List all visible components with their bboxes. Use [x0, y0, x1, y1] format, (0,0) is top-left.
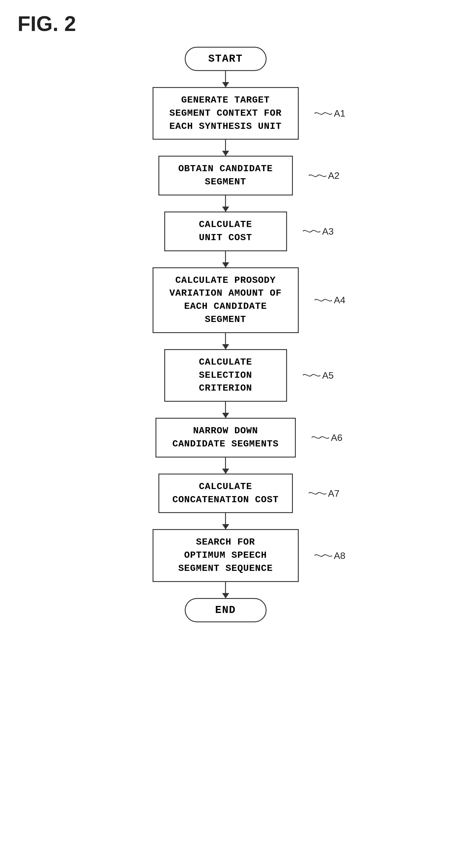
wavy-line-a2	[309, 172, 326, 180]
node-end: END	[185, 598, 267, 622]
arrow-7	[225, 458, 226, 473]
node-a8: SEARCH FOROPTIMUM SPEECHSEGMENT SEQUENCE…	[153, 529, 299, 582]
node-a5: CALCULATESELECTIONCRITERION A5	[164, 349, 287, 402]
node-a3: CALCULATEUNIT COST A3	[164, 212, 287, 251]
wavy-line-a7	[309, 489, 326, 498]
a1-box: GENERATE TARGETSEGMENT CONTEXT FOREACH S…	[153, 87, 299, 140]
arrow-9	[225, 582, 226, 598]
wavy-line-a8	[314, 552, 332, 560]
a4-box: CALCULATE PROSODYVARIATION AMOUNT OFEACH…	[153, 267, 299, 333]
a7-box: CALCULATECONCATENATION COST	[158, 473, 293, 513]
arrow-3	[225, 195, 226, 212]
node-start: START	[185, 47, 267, 71]
ref-a7: A7	[309, 488, 339, 499]
end-node: END	[185, 598, 267, 622]
arrow-6	[225, 402, 226, 418]
node-a4: CALCULATE PROSODYVARIATION AMOUNT OFEACH…	[153, 267, 299, 333]
wavy-line-a1	[314, 109, 332, 118]
ref-a5: A5	[303, 370, 333, 381]
arrow-8	[225, 513, 226, 529]
node-a6: NARROW DOWNCANDIDATE SEGMENTS A6	[155, 418, 296, 458]
arrow-2	[225, 140, 226, 156]
start-node: START	[185, 47, 267, 71]
a8-box: SEARCH FOROPTIMUM SPEECHSEGMENT SEQUENCE	[153, 529, 299, 582]
wavy-line-a5	[303, 371, 320, 379]
node-a7: CALCULATECONCATENATION COST A7	[158, 473, 293, 513]
node-a1: GENERATE TARGETSEGMENT CONTEXT FOREACH S…	[153, 87, 299, 140]
flowchart: START GENERATE TARGETSEGMENT CONTEXT FOR…	[0, 23, 451, 657]
ref-a2: A2	[309, 170, 339, 181]
ref-a4: A4	[314, 295, 345, 306]
wavy-line-a6	[311, 434, 329, 442]
node-a2: OBTAIN CANDIDATESEGMENT A2	[158, 156, 293, 195]
ref-a6: A6	[311, 432, 342, 443]
arrow-1	[225, 71, 226, 87]
a3-box: CALCULATEUNIT COST	[164, 212, 287, 251]
arrow-4	[225, 251, 226, 267]
ref-a1: A1	[313, 108, 345, 119]
wavy-line-a3	[303, 227, 320, 236]
wavy-line-a4	[314, 296, 332, 304]
ref-a3: A3	[303, 226, 333, 237]
arrow-5	[225, 333, 226, 349]
ref-a8: A8	[314, 550, 345, 561]
a6-box: NARROW DOWNCANDIDATE SEGMENTS	[155, 418, 296, 458]
a5-box: CALCULATESELECTIONCRITERION	[164, 349, 287, 402]
a2-box: OBTAIN CANDIDATESEGMENT	[158, 156, 293, 195]
